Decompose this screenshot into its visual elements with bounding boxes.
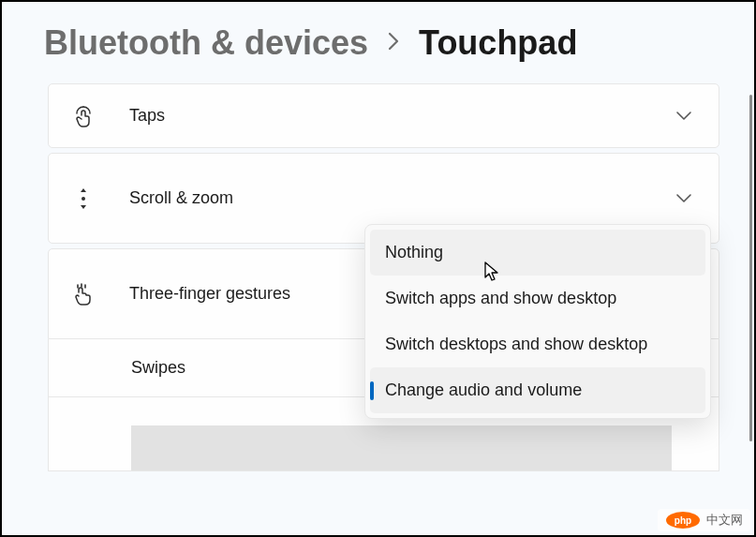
watermark: php 中文网 — [658, 509, 750, 531]
section-label: Scroll & zoom — [129, 188, 675, 208]
dropdown-item-switch-apps[interactable]: Switch apps and show desktop — [370, 276, 705, 321]
scrollbar-thumb[interactable] — [749, 95, 752, 441]
dropdown-item-change-audio[interactable]: Change audio and volume — [370, 367, 705, 413]
svg-text:php: php — [674, 515, 691, 526]
tap-icon — [71, 104, 96, 128]
chevron-right-icon — [385, 30, 402, 56]
dropdown-item-switch-desktops[interactable]: Switch desktops and show desktop — [370, 321, 705, 367]
php-logo-icon: php — [665, 511, 701, 530]
swipes-label: Swipes — [131, 358, 185, 377]
gesture-preview — [131, 425, 672, 470]
breadcrumb: Bluetooth & devices Touchpad — [2, 2, 754, 83]
chevron-down-icon — [675, 190, 692, 207]
chevron-down-icon — [675, 108, 692, 125]
breadcrumb-parent[interactable]: Bluetooth & devices — [44, 23, 368, 63]
swipes-dropdown: Nothing Switch apps and show desktop Swi… — [364, 224, 711, 419]
watermark-text: 中文网 — [706, 512, 743, 529]
svg-point-0 — [82, 197, 85, 201]
three-finger-icon — [71, 282, 96, 306]
section-label: Taps — [129, 106, 675, 126]
section-taps[interactable]: Taps — [48, 83, 719, 148]
dropdown-item-nothing[interactable]: Nothing — [370, 230, 705, 276]
scroll-zoom-icon — [71, 185, 96, 213]
breadcrumb-current: Touchpad — [419, 23, 577, 63]
